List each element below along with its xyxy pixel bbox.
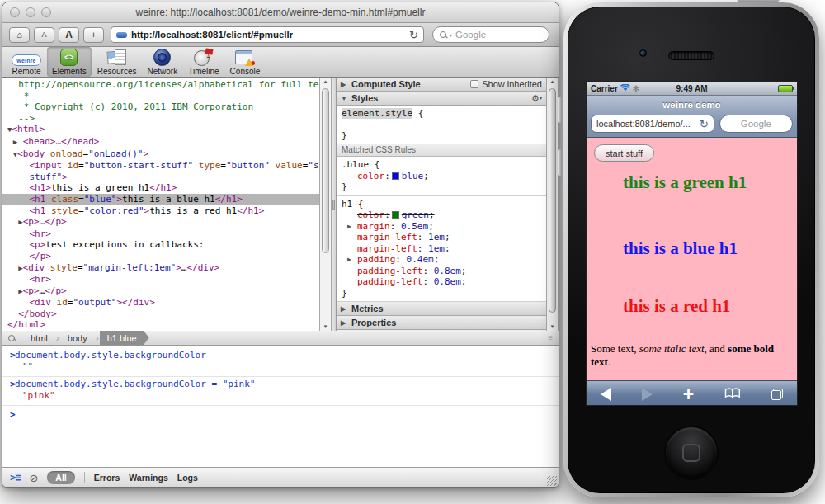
css-property[interactable]: margin-left: 1em;: [342, 243, 541, 255]
breadcrumb-item-h1.blue[interactable]: h1.blue: [100, 331, 149, 346]
dom-tree-line[interactable]: <h1 style="color:red">this is a red h1</…: [2, 205, 319, 217]
bookmarks-icon[interactable]: [724, 387, 741, 402]
breadcrumb-item-body[interactable]: body: [60, 331, 95, 346]
dom-tree-line[interactable]: http://opensource.org/licenses/alphabeti…: [2, 79, 319, 91]
zoom-window-button[interactable]: [41, 7, 51, 17]
window-controls: [10, 7, 51, 17]
console-input-prompt[interactable]: >: [2, 406, 559, 421]
inspect-search-icon[interactable]: [8, 335, 15, 341]
dom-tree-line[interactable]: </body>: [2, 309, 319, 320]
decrease-font-button[interactable]: A: [34, 27, 54, 43]
css-property[interactable]: color:green;: [342, 210, 541, 221]
css-property[interactable]: color:blue;: [342, 171, 541, 182]
toolbar-button-elements[interactable]: Elements: [47, 47, 92, 77]
dom-tree-line[interactable]: </p>: [2, 251, 319, 262]
address-bar[interactable]: http://localhost:8081/client/#pmuellr ↻: [111, 26, 424, 43]
add-bookmark-icon[interactable]: +: [683, 386, 694, 403]
power-button[interactable]: [737, 0, 780, 2]
phone-address-bar[interactable]: localhost:8081/demo/... ↻: [591, 115, 714, 133]
styles-scrollbar[interactable]: ▲ ▼: [546, 78, 559, 331]
back-icon[interactable]: [601, 388, 611, 401]
computed-style-section[interactable]: ▶ Computed Style Show inherited: [337, 78, 546, 92]
increase-font-button[interactable]: A: [59, 27, 79, 43]
volume-down-button[interactable]: [558, 149, 562, 176]
dom-tree-line[interactable]: * Copyright (c) 2010, 2011 IBM Corporati…: [2, 101, 319, 113]
resize-grip[interactable]: [547, 476, 557, 486]
dom-tree-line[interactable]: ▼<html>: [2, 124, 319, 136]
scroll-down-icon[interactable]: ▼: [547, 324, 558, 329]
gear-icon[interactable]: ⚙▾: [531, 93, 542, 104]
new-tab-button[interactable]: +: [83, 27, 104, 43]
filter-logs[interactable]: Logs: [177, 473, 198, 483]
toolbar-button-remote[interactable]: weinreRemote: [7, 47, 46, 77]
css-property[interactable]: ▶margin: 0.5em;: [342, 221, 541, 233]
dom-tree-line[interactable]: <h1 class="blue">this is a blue h1</h1>: [2, 194, 319, 205]
toolbar-button-timeline[interactable]: Timeline: [183, 47, 224, 77]
panel-resizer[interactable]: [332, 78, 337, 331]
dom-tree-line[interactable]: <hr>: [2, 274, 319, 285]
syntax-segment: "output": [73, 297, 116, 308]
dom-tree-line[interactable]: <hr>: [2, 228, 319, 240]
filter-errors[interactable]: Errors: [94, 473, 120, 483]
toolbar-button-console[interactable]: Console: [225, 47, 266, 77]
css-property[interactable]: padding-left: 0.8em;: [342, 276, 541, 288]
dom-tree-line[interactable]: ▶<p>…</p>: [2, 285, 319, 298]
dom-tree-line[interactable]: <input id="button-start-stuff" type="but…: [2, 160, 319, 172]
dom-tree-line[interactable]: </html>: [2, 319, 319, 331]
styles-section[interactable]: ▼ Styles ⚙▾: [337, 92, 546, 106]
css-rule[interactable]: h1 {color:green;▶margin: 0.5em;margin-le…: [337, 196, 546, 303]
scroll-up-icon[interactable]: ▲: [320, 79, 331, 84]
css-property[interactable]: padding-left: 0.8em;: [342, 266, 541, 277]
syntax-segment: </p>: [7, 251, 51, 261]
expand-arrow-icon[interactable]: ▶: [347, 221, 351, 233]
window-titlebar[interactable]: weinre: http://localhost:8081/demo/weinr…: [2, 2, 559, 23]
show-inherited-checkbox[interactable]: [470, 80, 478, 88]
filter-all[interactable]: All: [47, 471, 74, 484]
console-panel[interactable]: >document.body.style.backgroundColor"">d…: [2, 346, 559, 467]
css-property[interactable]: margin-left: 1em;: [342, 232, 541, 243]
syntax-segment: </html>: [7, 319, 45, 330]
css-rule[interactable]: element.style {}: [337, 106, 546, 144]
scroll-up-icon[interactable]: ▲: [547, 79, 558, 84]
volume-up-button[interactable]: [558, 97, 562, 123]
search-input[interactable]: ▾ Google: [432, 26, 549, 43]
property-colon: :: [395, 254, 401, 265]
minimize-window-button[interactable]: [26, 7, 35, 17]
breadcrumb-item-html[interactable]: html: [23, 331, 55, 346]
css-rule[interactable]: .blue {color:blue;}: [337, 157, 546, 196]
pages-icon[interactable]: [771, 389, 783, 400]
syntax-segment: <hr>: [7, 274, 51, 285]
start-stuff-button[interactable]: start stuff: [594, 144, 654, 162]
phone-search-input[interactable]: Google: [719, 115, 793, 133]
dom-tree-line[interactable]: ▶<p>…</p>: [2, 216, 319, 228]
dom-tree-line[interactable]: <div id="output"></div>: [2, 297, 319, 309]
toolbar-button-network[interactable]: Network: [143, 47, 183, 77]
tree-scrollbar[interactable]: ▲ ▼: [319, 78, 332, 331]
scroll-down-icon[interactable]: ▼: [320, 324, 331, 329]
scrollbar-thumb[interactable]: [549, 88, 556, 313]
reload-icon[interactable]: ↻: [409, 30, 418, 40]
phone-reload-icon[interactable]: ↻: [700, 119, 709, 130]
syntax-segment: this is a blue h1: [122, 194, 215, 205]
dom-tree-line[interactable]: -->: [2, 113, 319, 125]
section-properties[interactable]: ▶Properties: [337, 316, 546, 330]
section-event-listeners[interactable]: ▶Event Listeners⚙▾: [337, 330, 546, 331]
clear-console-icon[interactable]: ⊘: [29, 472, 38, 484]
dom-tree-line[interactable]: ▼<body onload="onLoad()">: [2, 148, 319, 161]
section-metrics[interactable]: ▶Metrics: [337, 302, 546, 316]
console-toggle-icon[interactable]: >≡: [10, 472, 20, 483]
css-property[interactable]: ▶padding: 0.4em;: [342, 254, 541, 266]
dom-tree-line[interactable]: ▶<div style="margin-left:1em">…</div>: [2, 262, 319, 275]
filter-warnings[interactable]: Warnings: [129, 473, 167, 483]
home-button[interactable]: ⌂: [9, 27, 30, 43]
dom-tree-line[interactable]: <h1>this is a green h1</h1>: [2, 182, 319, 194]
scrollbar-thumb[interactable]: [322, 88, 329, 253]
expand-arrow-icon[interactable]: ▶: [347, 254, 351, 266]
dom-tree-line[interactable]: ▶ <head>…</head>: [2, 136, 319, 148]
toolbar-button-resources[interactable]: Resources: [92, 47, 142, 77]
dom-tree-line[interactable]: stuff">: [2, 172, 319, 183]
dom-tree-line[interactable]: <p>test exceptions in callbacks:: [2, 239, 319, 251]
close-window-button[interactable]: [10, 7, 20, 17]
home-button[interactable]: [664, 426, 719, 480]
dom-tree-line[interactable]: *: [2, 91, 319, 102]
